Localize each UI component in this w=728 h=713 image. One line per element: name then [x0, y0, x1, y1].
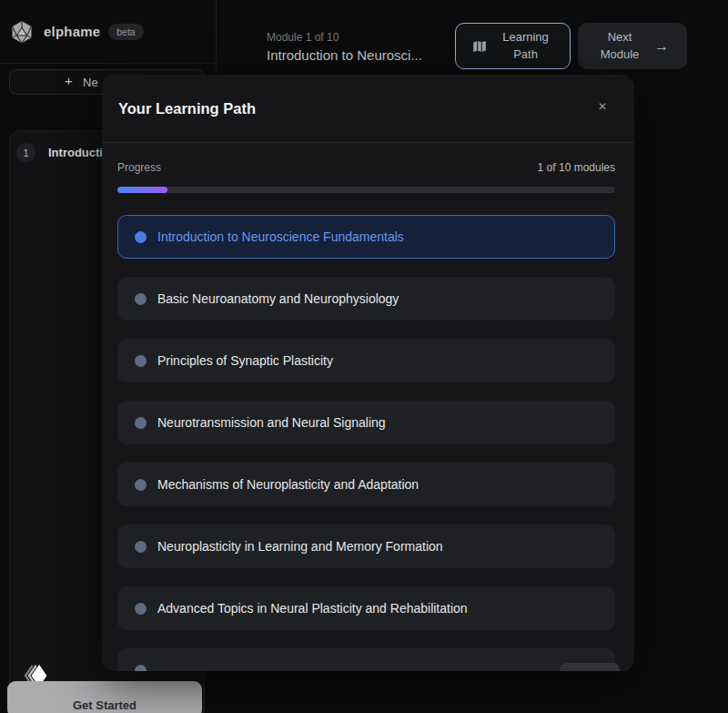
learning-path-modal: Your Learning Path ✕ Progress 1 of 10 mo…	[102, 75, 634, 671]
sidebar-divider	[216, 0, 217, 73]
plus-icon: +	[65, 73, 73, 88]
module-status-dot	[135, 541, 147, 553]
next-module-button[interactable]: Next Module →	[578, 23, 687, 69]
beta-badge: beta	[108, 24, 143, 40]
module-item-label: Advanced Topics in Neural Plasticity and…	[157, 601, 468, 616]
modal-body: Progress 1 of 10 modules Introduction to…	[102, 143, 634, 671]
module-status-dot	[135, 417, 147, 429]
brand-header: elphame beta	[0, 0, 216, 64]
sidebar-item-label: Introducti	[48, 146, 103, 159]
d20-logo-icon	[9, 19, 35, 45]
learning-path-button[interactable]: Learning Path	[455, 23, 571, 69]
module-progress-text: Module 1 of 10	[267, 31, 339, 44]
module-item[interactable]: Advanced Topics in Neural Plasticity and…	[117, 586, 615, 630]
progress-fill	[117, 187, 167, 193]
arrow-right-icon: →	[654, 38, 669, 55]
progress-status: 1 of 10 modules	[538, 161, 615, 174]
module-status-dot	[135, 665, 147, 672]
modal-footer-button[interactable]	[560, 663, 620, 671]
new-path-button-label: Ne	[83, 76, 98, 89]
map-icon	[471, 38, 488, 55]
module-status-dot	[135, 231, 147, 243]
get-started-button[interactable]: Get Started	[7, 681, 202, 713]
module-item-label: Basic Neuroanatomy and Neurophysiology	[157, 291, 399, 306]
module-status-dot	[135, 293, 147, 305]
module-item[interactable]: Neurotransmission and Neural Signaling	[117, 401, 615, 444]
module-item-label: Neurotransmission and Neural Signaling	[157, 415, 386, 430]
module-status-dot	[135, 479, 147, 491]
module-item-current[interactable]: Introduction to Neuroscience Fundamental…	[117, 215, 615, 259]
module-number-badge: 1	[16, 143, 35, 162]
module-item[interactable]: Mechanisms of Neuroplasticity and Adapta…	[117, 463, 615, 506]
module-item[interactable]: Basic Neuroanatomy and Neurophysiology	[117, 277, 615, 321]
close-icon[interactable]: ✕	[598, 100, 607, 113]
module-list: Introduction to Neuroscience Fundamental…	[117, 215, 615, 671]
module-status-dot	[135, 603, 147, 615]
progress-label: Progress	[117, 161, 161, 174]
next-module-button-label: Next Module	[596, 29, 643, 62]
module-item-label: Neuroplasticity in Learning and Memory F…	[157, 539, 443, 554]
progress-row: Progress 1 of 10 modules	[117, 161, 615, 174]
module-status-dot	[135, 355, 147, 367]
modal-title: Your Learning Path	[118, 100, 256, 117]
module-item[interactable]: Neuroplasticity in Learning and Memory F…	[117, 525, 615, 568]
learning-path-button-label: Learning Path	[497, 29, 555, 62]
module-item[interactable]	[117, 648, 615, 671]
module-title-text: Introduction to Neurosci...	[267, 47, 422, 63]
module-item-label: Introduction to Neuroscience Fundamental…	[157, 229, 404, 244]
module-item[interactable]: Principles of Synaptic Plasticity	[117, 339, 615, 382]
module-item-label: Mechanisms of Neuroplasticity and Adapta…	[157, 477, 419, 492]
modal-header: Your Learning Path ✕	[102, 75, 634, 143]
module-item-label: Principles of Synaptic Plasticity	[157, 353, 333, 368]
progress-track	[117, 187, 615, 193]
brand-name: elphame	[44, 24, 100, 39]
